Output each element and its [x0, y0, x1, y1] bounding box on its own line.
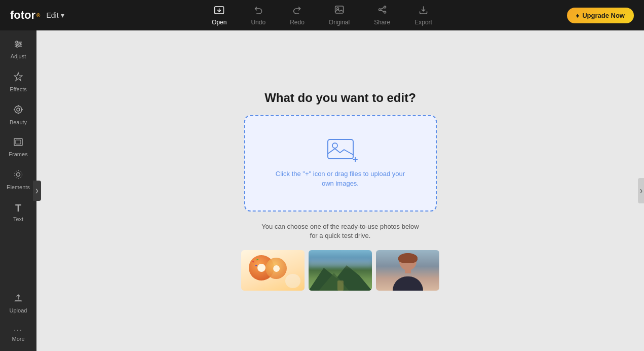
open-icon: [214, 5, 224, 17]
beauty-icon: [13, 104, 23, 117]
svg-point-4: [378, 9, 381, 11]
sample-description: You can choose one of the ready-to-use p…: [261, 222, 419, 240]
share-icon: [377, 5, 387, 17]
sidebar-item-frames[interactable]: Frames: [2, 132, 35, 162]
diamond-icon: ♦: [576, 12, 580, 19]
nav-open[interactable]: Open: [208, 2, 231, 29]
sidebar-effects-label: Effects: [10, 86, 26, 92]
export-icon: [419, 5, 429, 17]
topbar: fotor® Edit ▾ Open Undo: [0, 0, 644, 30]
original-icon: [334, 5, 345, 17]
sidebar-item-effects[interactable]: Effects: [2, 66, 35, 97]
main-layout: Adjust Effects Beauty: [0, 30, 644, 351]
svg-point-23: [332, 143, 337, 148]
svg-point-5: [384, 11, 386, 13]
sample-photo-mountain[interactable]: [309, 250, 372, 291]
adjust-icon: [13, 40, 23, 51]
svg-point-10: [19, 43, 21, 45]
frames-icon: [13, 137, 23, 149]
chevron-right-icon: ❯: [35, 188, 39, 193]
redo-icon: [292, 5, 302, 17]
nav-share[interactable]: Share: [370, 2, 394, 29]
sample-photo-portrait[interactable]: [376, 250, 439, 291]
sidebar-item-more[interactable]: ··· More: [2, 321, 35, 347]
upgrade-button[interactable]: ♦ Upgrade Now: [567, 8, 634, 23]
nav-original-label: Original: [329, 19, 350, 26]
sidebar-item-text[interactable]: T Text: [2, 197, 35, 227]
nav-original[interactable]: Original: [325, 2, 354, 29]
svg-rect-19: [16, 140, 21, 144]
sidebar: Adjust Effects Beauty: [0, 30, 36, 351]
sample-photo-donuts[interactable]: [241, 250, 305, 291]
nav-open-label: Open: [212, 19, 226, 26]
svg-point-20: [17, 173, 20, 177]
sidebar-collapse-button[interactable]: ❯: [33, 181, 41, 201]
effects-icon: [14, 72, 23, 84]
svg-point-11: [16, 45, 18, 47]
upload-plus-icon: +: [353, 155, 358, 164]
sample-photos: [241, 250, 439, 291]
svg-point-21: [15, 171, 22, 179]
canvas-area: What do you want to edit? + Click the "+…: [36, 30, 644, 351]
nav-redo[interactable]: Redo: [286, 2, 309, 29]
sidebar-item-elements[interactable]: Elements: [2, 164, 35, 195]
sidebar-more-label: More: [12, 336, 24, 342]
svg-rect-22: [328, 139, 353, 159]
svg-point-9: [16, 41, 18, 43]
logo-sup: ®: [36, 13, 40, 18]
svg-rect-1: [335, 6, 344, 13]
topbar-left: fotor® Edit ▾: [10, 9, 64, 22]
chevron-down-icon: ▾: [61, 11, 64, 19]
undo-icon: [253, 5, 263, 17]
upload-prompt: Click the "+" icon or drag files to uplo…: [276, 169, 405, 189]
logo-text: fotor: [10, 9, 35, 22]
topbar-center: Open Undo Redo: [208, 2, 436, 29]
sidebar-frames-label: Frames: [9, 151, 27, 157]
edit-menu-button[interactable]: Edit ▾: [46, 11, 64, 19]
elements-icon: [13, 169, 23, 182]
sample-desc-line2: for a quick test drive.: [261, 231, 419, 240]
upload-icon-wrapper: +: [327, 138, 354, 162]
editor-panel: What do you want to edit? + Click the "+…: [239, 91, 442, 291]
edit-menu-label: Edit: [46, 11, 58, 19]
right-panel-collapse[interactable]: ❯: [638, 178, 644, 203]
upload-prompt-line1: Click the "+" icon or drag files to uplo…: [276, 170, 405, 178]
text-icon: T: [15, 202, 21, 214]
sidebar-beauty-label: Beauty: [10, 119, 27, 125]
sidebar-item-upload[interactable]: Upload: [2, 288, 35, 319]
upload-zone[interactable]: + Click the "+" icon or drag files to up…: [244, 115, 437, 212]
svg-point-13: [17, 108, 20, 111]
sidebar-upload-label: Upload: [10, 307, 27, 313]
sidebar-elements-label: Elements: [7, 184, 30, 190]
sidebar-text-label: Text: [13, 216, 23, 222]
sidebar-adjust-label: Adjust: [11, 53, 26, 59]
nav-redo-label: Redo: [290, 19, 305, 26]
sidebar-item-adjust[interactable]: Adjust: [2, 34, 35, 64]
nav-undo-label: Undo: [251, 19, 266, 26]
nav-export[interactable]: Export: [410, 2, 436, 29]
upload-prompt-line2: own images.: [322, 180, 359, 187]
svg-point-12: [15, 106, 22, 113]
upload-icon: [13, 293, 23, 305]
more-icon: ···: [14, 326, 23, 334]
editor-title: What do you want to edit?: [264, 91, 416, 105]
upgrade-label: Upgrade Now: [582, 12, 625, 19]
svg-point-3: [384, 6, 386, 8]
nav-share-label: Share: [374, 19, 390, 26]
sidebar-item-beauty[interactable]: Beauty: [2, 99, 35, 130]
nav-export-label: Export: [414, 19, 432, 26]
logo: fotor®: [10, 9, 40, 22]
nav-undo[interactable]: Undo: [247, 2, 270, 29]
sample-desc-line1: You can choose one of the ready-to-use p…: [261, 222, 419, 231]
upload-image-icon: [327, 138, 354, 160]
chevron-right-small-icon: ❯: [639, 189, 643, 193]
